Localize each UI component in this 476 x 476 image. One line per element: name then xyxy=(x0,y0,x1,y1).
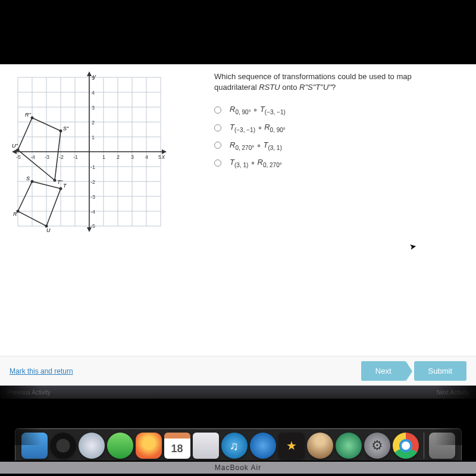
svg-text:-1: -1 xyxy=(73,154,78,160)
prev-activity-label: Previous Activity xyxy=(7,389,51,396)
garageband-icon[interactable] xyxy=(307,433,333,459)
svg-marker-50 xyxy=(18,181,61,226)
svg-text:U": U" xyxy=(12,143,18,149)
radio-icon[interactable] xyxy=(214,159,221,167)
dashboard-icon[interactable] xyxy=(50,433,76,459)
option-3-label: R0, 270° ∘ T(3, 1) xyxy=(230,140,282,151)
opt3-r: R xyxy=(230,140,235,149)
finder-icon[interactable] xyxy=(21,433,48,459)
facetime-icon[interactable] xyxy=(107,433,133,459)
question-line-2a: quadrilateral xyxy=(214,83,259,92)
radio-icon[interactable] xyxy=(214,107,221,114)
svg-text:-4: -4 xyxy=(30,154,35,160)
svg-text:-2: -2 xyxy=(90,179,95,185)
itunes-icon[interactable]: ♫ xyxy=(221,433,248,459)
appstore-icon[interactable] xyxy=(250,433,276,459)
svg-text:1: 1 xyxy=(92,134,95,140)
opt3-tsub: (3, 1) xyxy=(268,144,281,151)
imovie-icon[interactable]: ★ xyxy=(278,433,305,459)
dock: 18 ♫ ★ ⚙ xyxy=(15,428,462,461)
svg-marker-59 xyxy=(18,118,61,180)
opt4-t: T xyxy=(230,158,234,167)
svg-text:R": R" xyxy=(25,112,31,118)
option-4[interactable]: T(3, 1) ∘ R0, 270° xyxy=(214,154,466,172)
top-black-bar xyxy=(0,0,476,64)
svg-point-60 xyxy=(31,117,34,120)
svg-text:-3: -3 xyxy=(45,154,49,160)
svg-text:-5: -5 xyxy=(90,223,95,229)
svg-text:T: T xyxy=(63,183,67,189)
svg-text:2: 2 xyxy=(92,120,95,126)
launchpad-icon[interactable] xyxy=(429,433,455,459)
opt4-r: R xyxy=(258,158,263,167)
activity-nav-bar: Previous Activity Next Activity xyxy=(0,386,476,399)
content-panel: y x 5 4 3 2 1 -1 -2 -3 -4 -5 -5 -4 -3 -2… xyxy=(0,64,476,386)
svg-text:-1: -1 xyxy=(90,164,95,170)
dock-area: 18 ♫ ★ ⚙ xyxy=(0,413,476,461)
svg-point-64 xyxy=(54,179,57,182)
svg-point-53 xyxy=(31,180,34,183)
opt4-comp: ∘ xyxy=(248,158,257,167)
svg-text:U: U xyxy=(46,227,51,232)
opt4-tsub: (3, 1) xyxy=(234,162,248,168)
svg-text:x: x xyxy=(161,154,165,160)
svg-text:S": S" xyxy=(63,126,69,131)
question-target: R"S"T"U" xyxy=(299,83,331,92)
calendar-icon[interactable]: 18 xyxy=(164,433,190,459)
svg-marker-26 xyxy=(12,149,17,154)
question-line-2c: ? xyxy=(331,83,336,92)
svg-text:-3: -3 xyxy=(90,194,95,200)
question-area: Which sequence of transformations could … xyxy=(214,71,466,172)
svg-text:5: 5 xyxy=(158,154,161,160)
photobooth-icon[interactable] xyxy=(136,433,162,459)
option-3[interactable]: R0, 270° ∘ T(3, 1) xyxy=(214,137,466,155)
option-4-label: T(3, 1) ∘ R0, 270° xyxy=(230,158,282,168)
svg-point-62 xyxy=(60,130,62,133)
coordinate-chart: y x 5 4 3 2 1 -1 -2 -3 -4 -5 -5 -4 -3 -2… xyxy=(12,71,167,232)
svg-text:T": T" xyxy=(57,179,62,185)
question-line-2b: onto xyxy=(280,83,300,92)
mark-return-link[interactable]: Mark this and return xyxy=(10,367,73,375)
option-2-label: T(−3, −1) ∘ R0, 90° xyxy=(230,123,286,133)
opt4-rsub: 0, 270° xyxy=(263,162,282,168)
radio-icon[interactable] xyxy=(214,142,221,149)
opt1-tsub: (−3, −1) xyxy=(265,109,286,115)
svg-text:-4: -4 xyxy=(90,209,95,215)
svg-text:1: 1 xyxy=(102,154,105,160)
opt1-t: T xyxy=(260,105,265,114)
svg-text:3: 3 xyxy=(92,105,95,111)
svg-text:4: 4 xyxy=(92,90,95,96)
bottom-toolbar: Mark this and return Next Submit xyxy=(0,356,476,386)
svg-text:2: 2 xyxy=(117,154,120,160)
preview-icon[interactable] xyxy=(193,433,219,459)
svg-text:S: S xyxy=(26,176,30,181)
opt1-comp: ∘ xyxy=(251,105,260,114)
svg-point-66 xyxy=(17,149,20,152)
option-2[interactable]: T(−3, −1) ∘ R0, 90° xyxy=(214,119,466,137)
opt2-rsub: 0, 90° xyxy=(270,127,286,133)
answer-options: R0, 90° ∘ T(−3, −1) T(−3, −1) ∘ R0, 90° … xyxy=(214,101,466,171)
svg-text:4: 4 xyxy=(145,154,148,160)
svg-text:5: 5 xyxy=(92,75,95,81)
opt2-r: R xyxy=(264,123,270,131)
question-line-1: Which sequence of transformations could … xyxy=(214,72,412,81)
timemachine-icon[interactable] xyxy=(336,433,362,459)
chrome-icon[interactable] xyxy=(393,433,419,459)
safari-icon[interactable] xyxy=(79,433,105,459)
next-button[interactable]: Next xyxy=(361,361,406,381)
submit-button[interactable]: Submit xyxy=(414,361,466,381)
svg-text:-2: -2 xyxy=(59,154,64,160)
opt2-t: T xyxy=(230,123,234,131)
opt2-comp: ∘ xyxy=(255,123,264,131)
macbook-label: MacBook Air xyxy=(0,462,476,474)
question-rstu: RSTU xyxy=(259,83,280,92)
sysprefs-icon[interactable]: ⚙ xyxy=(364,433,390,459)
svg-text:-5: -5 xyxy=(16,154,21,160)
svg-marker-24 xyxy=(87,71,92,76)
opt1-r: R xyxy=(230,105,235,114)
svg-point-55 xyxy=(60,187,62,190)
radio-icon[interactable] xyxy=(214,124,221,131)
opt3-rsub: 0, 270° xyxy=(235,144,254,151)
option-1[interactable]: R0, 90° ∘ T(−3, −1) xyxy=(214,101,466,119)
question-text: Which sequence of transformations could … xyxy=(214,71,466,93)
